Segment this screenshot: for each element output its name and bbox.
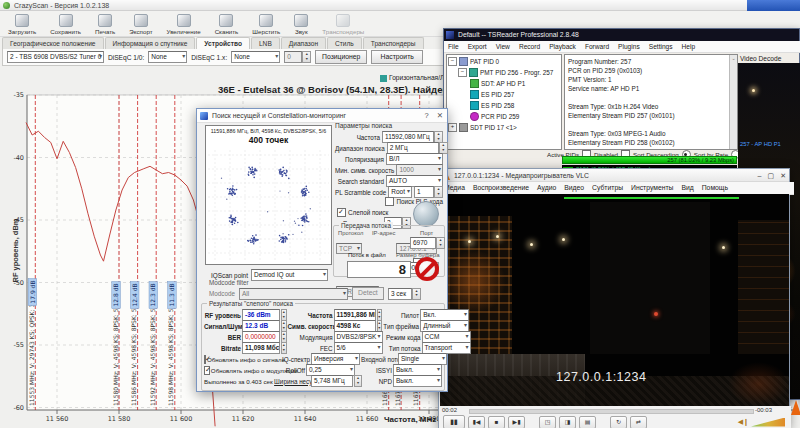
load-button[interactable]: Загрузить	[2, 12, 42, 37]
svg-text:12.3 dB: 12.3 dB	[149, 283, 156, 306]
tab-satellite-info[interactable]: Информация о спутнике	[105, 37, 196, 49]
export-button[interactable]: Экспорт	[123, 12, 158, 37]
bitrate-field[interactable]: 11,098 Мбс	[242, 342, 280, 354]
vlc-video-area[interactable]: 127.0.0.1:1234	[440, 194, 789, 406]
menu-export[interactable]: Export	[468, 41, 487, 52]
spinner-icon[interactable]	[354, 375, 362, 387]
update-signal-info-checkbox[interactable]	[204, 355, 206, 364]
print-button[interactable]: Печать	[89, 12, 121, 37]
port-spinner-icon[interactable]	[436, 237, 445, 249]
tree-item-pcr[interactable]: PCR PID 259	[448, 111, 560, 122]
fullscreen-button[interactable]: ◳	[539, 416, 556, 428]
tree-item-es-video[interactable]: ES PID 257	[448, 89, 560, 100]
menu-subtitles[interactable]: Субтитры	[592, 182, 623, 194]
search-button[interactable]: Шерстить	[246, 12, 286, 37]
position-spinner-icon[interactable]	[302, 51, 311, 63]
tab-lnb[interactable]: LNB	[251, 37, 280, 49]
pause-button[interactable]: ▮▮	[443, 415, 465, 428]
diseqc1x-select[interactable]: None	[231, 51, 280, 63]
dialog-titlebar[interactable]: Поиск несущей и Constellation-мониторинг	[197, 109, 447, 123]
menu-playback[interactable]: Playback	[549, 41, 576, 52]
tab-geo[interactable]: Географическое положение	[2, 37, 104, 49]
seek-bar[interactable]	[469, 409, 754, 414]
maximize-button[interactable]: ▢	[768, 170, 775, 181]
extended-settings-button[interactable]: ◨	[559, 416, 576, 428]
tree-item-sdt-service[interactable]: SDT: AP HD P1	[448, 78, 560, 89]
pid-rate-bar: 257 (81.03% / 9.23 Mbps)	[562, 156, 737, 164]
crazyscan-titlebar[interactable]: CrazyScan - Версия 1.0.2.138	[0, 0, 800, 11]
port-field[interactable]: 6970	[410, 237, 436, 249]
carrier-counter: 8	[347, 261, 411, 278]
menu-help[interactable]: Help	[682, 41, 696, 52]
previous-button[interactable]: ▮◀	[468, 416, 485, 428]
blind-search-checkbox[interactable]	[337, 208, 346, 217]
save-button[interactable]: Сохранить	[44, 12, 87, 37]
collapse-icon[interactable]	[448, 57, 457, 66]
tree-item-pat[interactable]: PAT PID 0	[448, 56, 560, 67]
loop-button[interactable]: ↻	[610, 416, 627, 428]
globe-button[interactable]	[413, 201, 439, 227]
close-icon[interactable]: ✕	[437, 109, 443, 123]
menu-record[interactable]: Record	[519, 41, 540, 52]
menu-forward[interactable]: Forward	[585, 41, 609, 52]
menu-settings[interactable]: Settings	[649, 41, 673, 52]
info-scrollbar[interactable]: ⌄	[729, 55, 737, 149]
interval-spinner-icon[interactable]	[412, 288, 421, 300]
pls-search-checkbox[interactable]	[385, 197, 394, 206]
diseqc10-select[interactable]: None	[148, 51, 187, 63]
tab-device[interactable]: Устройство	[196, 37, 250, 49]
collapse-icon[interactable]	[458, 68, 467, 77]
building-glow	[728, 362, 789, 406]
tree-item-sdt[interactable]: SDT PID 17 <1>	[448, 122, 560, 133]
playlist-button[interactable]: ▤	[579, 416, 596, 428]
carrier-width-link[interactable]: Ширина несущей	[274, 378, 310, 385]
volume-control[interactable]: ◀❙	[738, 418, 785, 427]
update-modulation-info-checkbox[interactable]	[204, 366, 210, 375]
vlc-titlebar[interactable]: 127.0.0.1:1234 - Медиапроигрыватель VLC	[439, 169, 789, 182]
spinner-icon[interactable]	[281, 342, 287, 354]
npd-select[interactable]: Выкл.	[393, 375, 442, 387]
menu-playback[interactable]: Воспроизведение	[473, 182, 529, 194]
carrier-width-field[interactable]: 5,748 МГц	[311, 375, 353, 387]
scan-button[interactable]: Сканить	[209, 12, 245, 37]
expand-icon[interactable]	[448, 123, 457, 132]
volume-slider[interactable]	[751, 418, 785, 427]
menu-audio[interactable]: Аудио	[537, 182, 556, 194]
tab-style[interactable]: Стиль	[327, 37, 362, 49]
tab-transponders[interactable]: Транспондеры	[363, 37, 424, 49]
configure-button[interactable]: Настроить	[371, 50, 423, 64]
minimize-button[interactable]: –	[758, 170, 762, 181]
tuner-select[interactable]: 2 - TBS 6908 DVBS/S2 Tuner 0	[7, 51, 104, 63]
menu-tools[interactable]: Инструменты	[631, 182, 673, 194]
random-button[interactable]: ⇄	[630, 416, 647, 428]
tab-range[interactable]: Диапазон	[281, 37, 326, 49]
detect-interval-field[interactable]: 3 сек	[388, 288, 412, 300]
port-control: 6970	[410, 237, 445, 249]
menu-plugins[interactable]: Plugins	[618, 41, 640, 52]
menu-video[interactable]: Видео	[564, 182, 584, 194]
dialog-window-buttons: ? ✕	[425, 109, 443, 123]
svg-text:11 660: 11 660	[356, 415, 379, 423]
menu-view[interactable]: Вид	[681, 182, 693, 194]
detect-button[interactable]: Detect	[352, 287, 384, 300]
positioner-button[interactable]: Позиционер	[315, 50, 367, 64]
help-button[interactable]: ?	[425, 109, 429, 123]
port-label: Порт	[420, 230, 433, 236]
close-button[interactable]: ✕	[780, 170, 786, 181]
modcode-select[interactable]: All	[239, 288, 348, 300]
next-button[interactable]: ▶▮	[508, 416, 525, 428]
iqscan-select[interactable]: Demod IQ out	[251, 269, 328, 281]
sound-button[interactable]: Звук	[288, 12, 314, 37]
stop-button[interactable]	[415, 257, 439, 281]
stop-button[interactable]: ■	[488, 416, 505, 428]
menu-file[interactable]: File	[448, 41, 459, 52]
tree-item-es-audio[interactable]: ES PID 258	[448, 100, 560, 111]
tsreader-titlebar[interactable]: Default -- TSReader Professional 2.8.48	[444, 29, 799, 41]
svg-text:-55: -55	[13, 341, 24, 349]
tree-item-pmt[interactable]: PMT PID 256 - Progr. 257	[448, 67, 560, 78]
menu-help[interactable]: Помощь	[702, 182, 728, 194]
zoom-button[interactable]: Увеличение	[161, 12, 207, 37]
menu-view[interactable]: View	[496, 41, 510, 52]
elapsed-status: Выполнено за 0.403 сек	[204, 378, 273, 385]
position-stepper[interactable]: 0	[284, 51, 302, 63]
